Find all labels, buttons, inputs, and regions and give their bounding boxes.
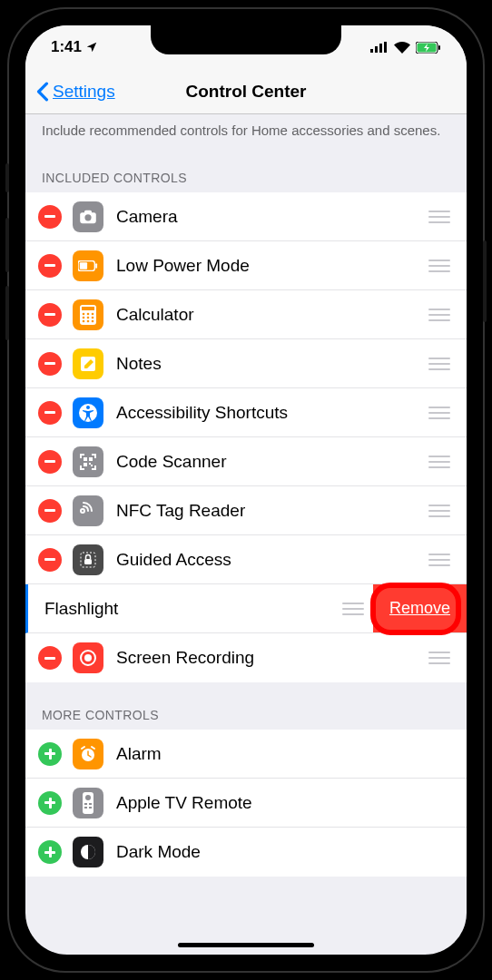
row-nfc-tag-reader[interactable]: NFC Tag Reader [25,486,467,535]
svg-rect-31 [91,465,93,466]
row-label: Accessibility Shortcuts [116,403,428,423]
power-button[interactable] [483,240,487,322]
cellular-icon [370,42,389,53]
svg-point-17 [92,312,94,315]
screen: 1:41 Settings Control Center Include rec… [25,25,467,955]
row-screen-recording[interactable]: Screen Recording [25,633,467,682]
svg-rect-14 [82,307,94,310]
svg-rect-41 [84,807,87,808]
svg-rect-40 [89,803,92,805]
included-controls-list: Camera Low Power Mode Calculator Notes [25,192,467,682]
svg-rect-12 [95,263,97,269]
drag-handle[interactable] [428,554,450,566]
notch [151,25,341,54]
section-description: Include recommended controls for Home ac… [25,114,467,145]
drag-handle[interactable] [428,652,450,664]
svg-point-9 [84,214,91,220]
row-code-scanner[interactable]: Code Scanner [25,437,467,486]
remove-circle-button[interactable] [38,352,62,376]
back-button[interactable]: Settings [36,82,115,102]
drag-handle[interactable] [428,358,450,370]
chevron-left-icon [36,82,49,102]
qr-icon [73,446,103,477]
svg-rect-27 [84,457,87,461]
add-circle-button[interactable] [38,791,62,815]
svg-rect-29 [84,463,87,466]
volume-down-button[interactable] [5,286,9,340]
svg-rect-30 [89,463,91,465]
lock-icon [73,544,103,575]
remote-icon [73,788,103,818]
row-label: Code Scanner [116,452,428,472]
svg-point-21 [83,319,85,322]
row-flashlight[interactable]: Flashlight Remove [25,584,467,633]
status-time: 1:41 [51,38,82,56]
svg-rect-42 [89,807,92,808]
row-low-power-mode[interactable]: Low Power Mode [25,241,467,290]
row-label: Guided Access [116,550,428,570]
more-controls-header: MORE CONTROLS [25,682,467,730]
calculator-icon [73,299,103,330]
svg-rect-3 [384,42,387,53]
add-circle-button[interactable] [38,742,62,766]
drag-handle[interactable] [428,309,450,321]
more-controls-list: Alarm Apple TV Remote Dark Mode [25,730,467,877]
svg-point-16 [87,312,90,315]
row-label: Flashlight [44,599,342,619]
camera-icon [73,201,103,232]
svg-rect-8 [84,211,92,214]
record-icon [73,642,103,673]
svg-point-35 [84,654,92,662]
darkmode-icon [73,837,103,867]
volume-up-button[interactable] [5,218,9,272]
svg-point-15 [83,312,85,315]
svg-point-18 [83,316,85,318]
alarm-icon [73,739,103,769]
row-label: Camera [116,207,428,227]
row-label: Calculator [116,305,428,325]
drag-handle[interactable] [428,407,450,419]
remove-circle-button[interactable] [38,254,62,278]
svg-point-20 [92,316,94,318]
svg-rect-11 [80,262,87,269]
remove-circle-button[interactable] [38,401,62,425]
svg-point-26 [86,406,90,409]
svg-rect-2 [379,44,382,53]
remove-circle-button[interactable] [38,646,62,670]
svg-rect-28 [89,457,93,461]
remove-circle-button[interactable] [38,499,62,523]
battery-charging-icon [416,42,441,54]
row-calculator[interactable]: Calculator [25,290,467,339]
remove-circle-button[interactable] [38,548,62,572]
row-dark-mode[interactable]: Dark Mode [25,828,467,877]
row-label: Alarm [116,744,467,764]
row-alarm[interactable]: Alarm [25,730,467,779]
drag-handle[interactable] [428,211,450,223]
add-circle-button[interactable] [38,840,62,864]
phone-frame: 1:41 Settings Control Center Include rec… [9,9,483,971]
remove-button[interactable]: Remove [373,584,467,632]
row-label: NFC Tag Reader [116,501,428,521]
remove-circle-button[interactable] [38,205,62,229]
row-label: Apple TV Remote [116,793,467,813]
drag-handle[interactable] [428,260,450,272]
remove-circle-button[interactable] [38,303,62,327]
home-indicator[interactable] [178,943,314,947]
battery-icon [73,250,103,281]
nav-bar: Settings Control Center [25,69,467,114]
svg-rect-6 [438,45,440,50]
row-notes[interactable]: Notes [25,339,467,388]
accessibility-icon [73,397,103,428]
drag-handle[interactable] [428,456,450,468]
row-accessibility-shortcuts[interactable]: Accessibility Shortcuts [25,388,467,437]
row-apple-tv-remote[interactable]: Apple TV Remote [25,779,467,828]
row-label: Screen Recording [116,648,428,668]
svg-rect-0 [370,49,373,53]
silence-switch[interactable] [5,163,9,192]
row-camera[interactable]: Camera [25,192,467,241]
row-guided-access[interactable]: Guided Access [25,535,467,584]
remove-circle-button[interactable] [38,450,62,474]
row-label: Notes [116,354,428,374]
drag-handle[interactable] [428,505,450,517]
drag-handle[interactable] [342,603,364,615]
